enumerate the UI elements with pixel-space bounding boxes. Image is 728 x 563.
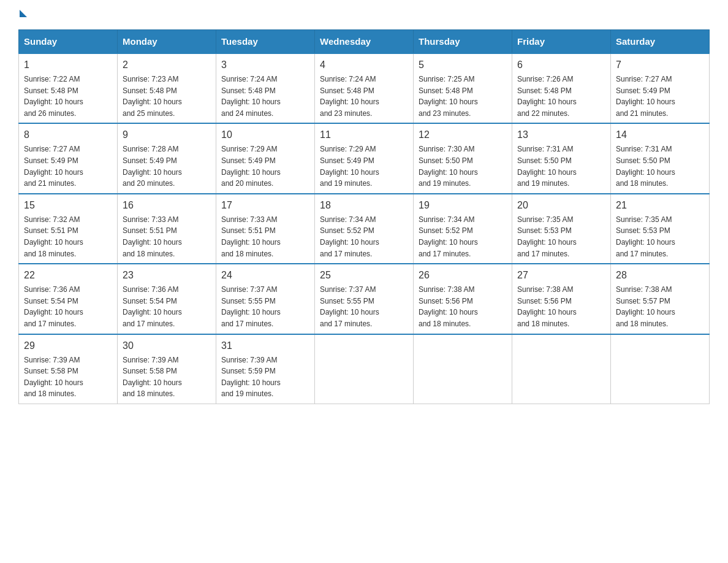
calendar-cell: 4Sunrise: 7:24 AMSunset: 5:48 PMDaylight… (315, 53, 414, 123)
day-number: 24 (221, 268, 309, 283)
day-info: Sunrise: 7:23 AMSunset: 5:48 PMDaylight:… (123, 74, 211, 119)
day-info: Sunrise: 7:35 AMSunset: 5:53 PMDaylight:… (517, 214, 605, 259)
week-row-3: 15Sunrise: 7:32 AMSunset: 5:51 PMDayligh… (19, 194, 710, 264)
week-row-4: 22Sunrise: 7:36 AMSunset: 5:54 PMDayligh… (19, 264, 710, 334)
day-number: 19 (419, 198, 507, 213)
day-number: 30 (123, 339, 211, 353)
calendar-cell: 28Sunrise: 7:38 AMSunset: 5:57 PMDayligh… (611, 264, 710, 334)
col-header-tuesday: Tuesday (216, 30, 315, 54)
day-number: 22 (24, 268, 112, 283)
calendar-cell (611, 334, 710, 404)
day-number: 15 (24, 198, 112, 213)
day-info: Sunrise: 7:33 AMSunset: 5:51 PMDaylight:… (221, 214, 309, 259)
day-info: Sunrise: 7:36 AMSunset: 5:54 PMDaylight:… (24, 284, 112, 329)
day-number: 6 (517, 58, 605, 72)
calendar-cell: 21Sunrise: 7:35 AMSunset: 5:53 PMDayligh… (611, 194, 710, 264)
calendar-cell: 29Sunrise: 7:39 AMSunset: 5:58 PMDayligh… (19, 334, 118, 404)
calendar-cell: 11Sunrise: 7:29 AMSunset: 5:49 PMDayligh… (315, 123, 414, 193)
calendar-cell: 1Sunrise: 7:22 AMSunset: 5:48 PMDaylight… (19, 53, 118, 123)
calendar-cell: 23Sunrise: 7:36 AMSunset: 5:54 PMDayligh… (118, 264, 216, 334)
calendar-cell: 6Sunrise: 7:26 AMSunset: 5:48 PMDaylight… (512, 53, 611, 123)
day-info: Sunrise: 7:29 AMSunset: 5:49 PMDaylight:… (320, 144, 408, 189)
day-info: Sunrise: 7:39 AMSunset: 5:58 PMDaylight:… (123, 354, 211, 400)
calendar-cell: 24Sunrise: 7:37 AMSunset: 5:55 PMDayligh… (216, 264, 315, 334)
logo (18, 12, 27, 17)
calendar-cell: 31Sunrise: 7:39 AMSunset: 5:59 PMDayligh… (216, 334, 315, 404)
day-info: Sunrise: 7:34 AMSunset: 5:52 PMDaylight:… (320, 214, 408, 259)
calendar-cell: 10Sunrise: 7:29 AMSunset: 5:49 PMDayligh… (216, 123, 315, 193)
day-number: 13 (517, 128, 605, 142)
col-header-thursday: Thursday (414, 30, 512, 54)
day-number: 14 (616, 128, 704, 142)
col-header-sunday: Sunday (19, 30, 118, 54)
day-info: Sunrise: 7:35 AMSunset: 5:53 PMDaylight:… (616, 214, 704, 259)
day-info: Sunrise: 7:24 AMSunset: 5:48 PMDaylight:… (320, 74, 408, 119)
day-number: 21 (616, 198, 704, 213)
day-number: 29 (24, 339, 112, 353)
calendar-cell: 8Sunrise: 7:27 AMSunset: 5:49 PMDaylight… (19, 123, 118, 193)
day-number: 11 (320, 128, 408, 142)
col-header-friday: Friday (512, 30, 611, 54)
calendar-cell: 7Sunrise: 7:27 AMSunset: 5:49 PMDaylight… (611, 53, 710, 123)
day-info: Sunrise: 7:38 AMSunset: 5:56 PMDaylight:… (517, 284, 605, 329)
day-info: Sunrise: 7:31 AMSunset: 5:50 PMDaylight:… (517, 144, 605, 189)
day-number: 2 (123, 58, 211, 72)
calendar-cell: 3Sunrise: 7:24 AMSunset: 5:48 PMDaylight… (216, 53, 315, 123)
day-info: Sunrise: 7:36 AMSunset: 5:54 PMDaylight:… (123, 284, 211, 329)
col-header-saturday: Saturday (611, 30, 710, 54)
calendar-cell: 18Sunrise: 7:34 AMSunset: 5:52 PMDayligh… (315, 194, 414, 264)
col-header-wednesday: Wednesday (315, 30, 414, 54)
days-header-row: SundayMondayTuesdayWednesdayThursdayFrid… (19, 30, 710, 54)
day-info: Sunrise: 7:22 AMSunset: 5:48 PMDaylight:… (24, 74, 112, 119)
calendar-cell: 12Sunrise: 7:30 AMSunset: 5:50 PMDayligh… (414, 123, 512, 193)
day-number: 12 (419, 128, 507, 142)
day-info: Sunrise: 7:25 AMSunset: 5:48 PMDaylight:… (419, 74, 507, 119)
day-number: 1 (24, 58, 112, 72)
calendar-cell (315, 334, 414, 404)
day-info: Sunrise: 7:32 AMSunset: 5:51 PMDaylight:… (24, 214, 112, 259)
day-number: 27 (517, 268, 605, 283)
day-number: 8 (24, 128, 112, 142)
day-info: Sunrise: 7:27 AMSunset: 5:49 PMDaylight:… (24, 144, 112, 189)
day-number: 7 (616, 58, 704, 72)
day-number: 9 (123, 128, 211, 142)
week-row-2: 8Sunrise: 7:27 AMSunset: 5:49 PMDaylight… (19, 123, 710, 193)
calendar-cell: 16Sunrise: 7:33 AMSunset: 5:51 PMDayligh… (118, 194, 216, 264)
calendar-cell: 30Sunrise: 7:39 AMSunset: 5:58 PMDayligh… (118, 334, 216, 404)
day-info: Sunrise: 7:24 AMSunset: 5:48 PMDaylight:… (221, 74, 309, 119)
calendar-cell (414, 334, 512, 404)
day-info: Sunrise: 7:39 AMSunset: 5:59 PMDaylight:… (221, 354, 309, 400)
calendar-cell: 2Sunrise: 7:23 AMSunset: 5:48 PMDaylight… (118, 53, 216, 123)
day-number: 17 (221, 198, 309, 213)
day-number: 3 (221, 58, 309, 72)
day-number: 26 (419, 268, 507, 283)
page-header (18, 12, 710, 17)
day-info: Sunrise: 7:30 AMSunset: 5:50 PMDaylight:… (419, 144, 507, 189)
calendar-cell: 17Sunrise: 7:33 AMSunset: 5:51 PMDayligh… (216, 194, 315, 264)
calendar-cell: 13Sunrise: 7:31 AMSunset: 5:50 PMDayligh… (512, 123, 611, 193)
calendar-cell: 25Sunrise: 7:37 AMSunset: 5:55 PMDayligh… (315, 264, 414, 334)
calendar-cell: 27Sunrise: 7:38 AMSunset: 5:56 PMDayligh… (512, 264, 611, 334)
calendar-cell: 26Sunrise: 7:38 AMSunset: 5:56 PMDayligh… (414, 264, 512, 334)
calendar-cell: 14Sunrise: 7:31 AMSunset: 5:50 PMDayligh… (611, 123, 710, 193)
week-row-5: 29Sunrise: 7:39 AMSunset: 5:58 PMDayligh… (19, 334, 710, 404)
day-info: Sunrise: 7:34 AMSunset: 5:52 PMDaylight:… (419, 214, 507, 259)
day-number: 16 (123, 198, 211, 213)
day-info: Sunrise: 7:26 AMSunset: 5:48 PMDaylight:… (517, 74, 605, 119)
day-info: Sunrise: 7:27 AMSunset: 5:49 PMDaylight:… (616, 74, 704, 119)
calendar-cell: 15Sunrise: 7:32 AMSunset: 5:51 PMDayligh… (19, 194, 118, 264)
calendar-table: SundayMondayTuesdayWednesdayThursdayFrid… (18, 29, 710, 404)
day-number: 10 (221, 128, 309, 142)
day-info: Sunrise: 7:28 AMSunset: 5:49 PMDaylight:… (123, 144, 211, 189)
logo-triangle-icon (20, 10, 27, 17)
week-row-1: 1Sunrise: 7:22 AMSunset: 5:48 PMDaylight… (19, 53, 710, 123)
day-info: Sunrise: 7:31 AMSunset: 5:50 PMDaylight:… (616, 144, 704, 189)
calendar-cell: 22Sunrise: 7:36 AMSunset: 5:54 PMDayligh… (19, 264, 118, 334)
logo-blue-part (18, 12, 27, 17)
calendar-cell: 5Sunrise: 7:25 AMSunset: 5:48 PMDaylight… (414, 53, 512, 123)
day-info: Sunrise: 7:38 AMSunset: 5:57 PMDaylight:… (616, 284, 704, 329)
day-number: 5 (419, 58, 507, 72)
day-info: Sunrise: 7:37 AMSunset: 5:55 PMDaylight:… (320, 284, 408, 329)
day-number: 4 (320, 58, 408, 72)
calendar-cell: 20Sunrise: 7:35 AMSunset: 5:53 PMDayligh… (512, 194, 611, 264)
